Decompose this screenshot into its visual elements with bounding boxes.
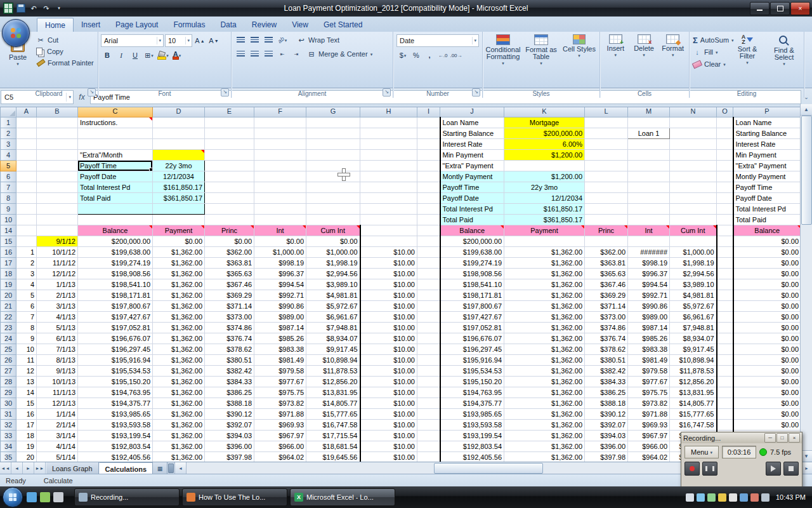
cell-J31[interactable]: $193,985.65 (440, 409, 504, 420)
save-icon[interactable] (16, 3, 26, 13)
bold-button[interactable]: B (101, 50, 114, 61)
row-header-15[interactable]: 15 (1, 236, 16, 247)
cell-F33[interactable]: $967.97 (254, 431, 306, 441)
sheet-tab-loans-graph[interactable]: Loans Graph (46, 462, 99, 474)
cell-M34[interactable]: $966.00 (628, 441, 670, 452)
cell-N25[interactable]: $9,917.45 (670, 344, 717, 355)
cell-O10[interactable] (717, 215, 733, 225)
cell-L31[interactable]: $390.12 (585, 409, 628, 420)
cell-B20[interactable]: 2/1/13 (37, 290, 78, 301)
cell-B4[interactable] (37, 150, 78, 161)
cell-L28[interactable]: $384.33 (585, 377, 628, 387)
cell-G21[interactable]: $5,972.67 (306, 301, 360, 312)
cell-N7[interactable] (670, 182, 717, 193)
cell-F19[interactable]: $994.54 (254, 279, 306, 290)
cell-E23[interactable]: $374.86 (205, 323, 254, 333)
cell-B34[interactable]: 4/1/14 (37, 441, 78, 452)
cell-I28[interactable] (417, 377, 440, 387)
cell-J8[interactable]: Payoff Date (440, 193, 504, 204)
cell-G5[interactable] (306, 161, 360, 171)
merge-center-button[interactable]: ⊟Merge & Center▾ (305, 48, 374, 60)
cell-K23[interactable]: $1,362.00 (504, 323, 585, 333)
cell-L4[interactable] (585, 150, 628, 161)
cell-E35[interactable]: $397.98 (205, 452, 254, 462)
cell-P27[interactable]: $0.00 (733, 366, 801, 377)
cell-D34[interactable]: $1,362.00 (153, 441, 205, 452)
start-button[interactable] (3, 487, 23, 507)
cell-P6[interactable]: Montly Payment (733, 171, 801, 182)
cell-J5[interactable]: "Extra" Payment (440, 161, 504, 171)
cell-J26[interactable]: $195,916.94 (440, 355, 504, 366)
cell-P9[interactable]: Total Interest Pd (733, 204, 801, 215)
cell-I25[interactable] (417, 344, 440, 355)
row-header-16[interactable]: 16 (1, 247, 16, 258)
cell-A33[interactable]: 18 (16, 431, 37, 441)
stop-button[interactable] (783, 462, 799, 476)
cell-I27[interactable] (417, 366, 440, 377)
cell-D33[interactable]: $1,362.00 (153, 431, 205, 441)
tray-icon-4[interactable] (718, 493, 726, 502)
cell-D3[interactable] (153, 139, 205, 150)
cell-C3[interactable] (78, 139, 153, 150)
cell-C29[interactable]: $194,763.95 (78, 387, 153, 398)
cell-N9[interactable] (670, 204, 717, 215)
fill-color-button[interactable]: ▾ (157, 50, 169, 61)
cell-E10[interactable] (205, 215, 254, 225)
cell-A25[interactable]: 10 (16, 344, 37, 355)
sheet-tab-calculations[interactable]: Calculations (99, 462, 153, 474)
italic-button[interactable]: I (115, 50, 128, 61)
cell-N5[interactable] (670, 161, 717, 171)
cell-O4[interactable] (717, 150, 733, 161)
cell-E16[interactable]: $362.00 (205, 247, 254, 258)
cell-N10[interactable] (670, 215, 717, 225)
cell-P19[interactable]: $0.00 (733, 279, 801, 290)
cell-E33[interactable]: $394.03 (205, 431, 254, 441)
cell-C35[interactable]: $192,405.56 (78, 452, 153, 462)
cell-H1[interactable] (360, 117, 417, 128)
cell-A15[interactable] (16, 236, 37, 247)
tray-icon-7[interactable] (750, 493, 759, 502)
minimize-button[interactable] (750, 2, 769, 15)
copy-button[interactable]: Copy (34, 46, 96, 57)
cell-I14[interactable] (417, 225, 440, 236)
cell-B31[interactable]: 1/1/14 (37, 409, 78, 420)
cell-I5[interactable] (417, 161, 440, 171)
cell-F8[interactable] (254, 193, 306, 204)
cell-M7[interactable] (628, 182, 670, 193)
cell-G26[interactable]: $10,898.94 (306, 355, 360, 366)
cell-E20[interactable]: $369.29 (205, 290, 254, 301)
cell-C9[interactable] (78, 204, 153, 215)
cell-D5[interactable]: 22y 3mo (153, 161, 205, 171)
cell-N15[interactable] (670, 236, 717, 247)
cell-K1[interactable]: Mortgage (504, 117, 585, 128)
cell-L33[interactable]: $394.03 (585, 431, 628, 441)
cell-A7[interactable] (16, 182, 37, 193)
cell-N30[interactable]: $14,805.77 (670, 398, 717, 409)
cell-C24[interactable]: $196,676.07 (78, 333, 153, 344)
cell-F34[interactable]: $966.00 (254, 441, 306, 452)
cell-O17[interactable] (717, 258, 733, 269)
cell-O2[interactable] (717, 128, 733, 139)
cell-J35[interactable]: $192,405.56 (440, 452, 504, 462)
cell-M26[interactable]: $981.49 (628, 355, 670, 366)
office-button[interactable] (2, 19, 30, 47)
cell-C33[interactable]: $193,199.54 (78, 431, 153, 441)
cell-E24[interactable]: $376.74 (205, 333, 254, 344)
cell-P17[interactable]: $0.00 (733, 258, 801, 269)
cell-C22[interactable]: $197,427.67 (78, 312, 153, 323)
cell-G17[interactable]: $1,998.19 (306, 258, 360, 269)
cell-H19[interactable]: $10.00 (360, 279, 417, 290)
cell-H9[interactable] (360, 204, 417, 215)
cell-I6[interactable] (417, 171, 440, 182)
pause-button[interactable] (702, 462, 717, 476)
row-header-3[interactable]: 3 (1, 139, 16, 150)
cell-B33[interactable]: 3/1/14 (37, 431, 78, 441)
cell-A14[interactable] (16, 225, 37, 236)
cell-G22[interactable]: $6,961.67 (306, 312, 360, 323)
cell-P7[interactable]: Payoff Time (733, 182, 801, 193)
cell-H30[interactable]: $10.00 (360, 398, 417, 409)
cell-E29[interactable]: $386.25 (205, 387, 254, 398)
row-header-30[interactable]: 30 (1, 398, 16, 409)
cell-C30[interactable]: $194,375.77 (78, 398, 153, 409)
cell-I18[interactable] (417, 269, 440, 279)
